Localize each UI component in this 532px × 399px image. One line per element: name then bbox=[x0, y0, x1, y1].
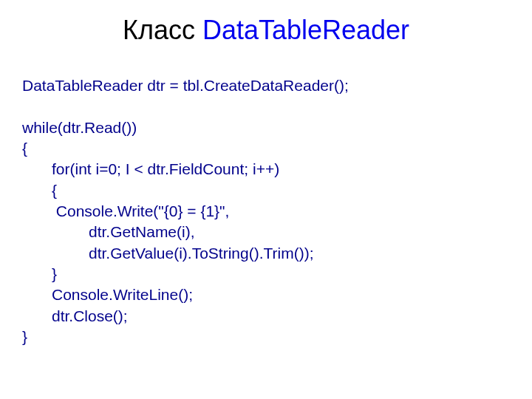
code-line-7: Console.Write("{0} = {1}", bbox=[22, 201, 532, 222]
code-line-9: dtr.GetValue(i).ToString().Trim()); bbox=[22, 243, 532, 264]
code-block: DataTableReader dtr = tbl.CreateDataRead… bbox=[22, 75, 532, 347]
code-line-11: Console.WriteLine(); bbox=[22, 284, 532, 305]
code-line-4: { bbox=[22, 138, 532, 159]
code-line-2 bbox=[22, 96, 532, 117]
code-line-6: { bbox=[22, 180, 532, 201]
code-line-12: dtr.Close(); bbox=[22, 306, 532, 327]
code-line-3: while(dtr.Read()) bbox=[22, 117, 532, 138]
code-line-1: DataTableReader dtr = tbl.CreateDataRead… bbox=[22, 75, 532, 96]
code-line-13: } bbox=[22, 327, 532, 347]
code-line-8: dtr.GetName(i), bbox=[22, 222, 532, 242]
slide-title: Класс DataTableReader bbox=[0, 15, 532, 46]
title-prefix: Класс bbox=[123, 15, 202, 45]
title-highlight: DataTableReader bbox=[202, 15, 409, 45]
code-line-5: for(int i=0; I < dtr.FieldCount; i++) bbox=[22, 159, 532, 180]
code-line-10: } bbox=[22, 264, 532, 284]
